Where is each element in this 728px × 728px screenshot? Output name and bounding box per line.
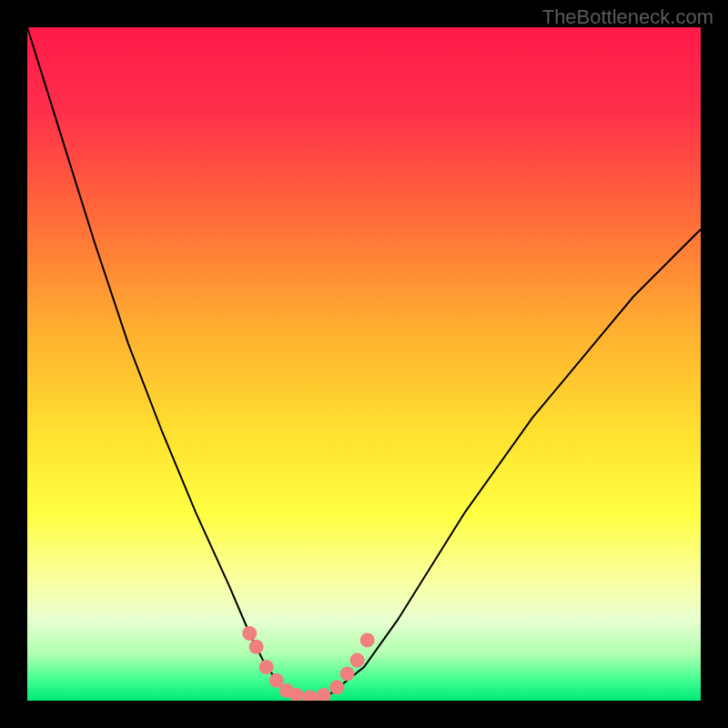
marker-point	[350, 653, 365, 668]
bottleneck-curve	[27, 27, 701, 697]
marker-point	[303, 690, 318, 701]
marker-point	[249, 640, 264, 654]
marker-point	[259, 660, 274, 674]
marker-point	[360, 632, 375, 647]
marker-point	[329, 680, 344, 694]
watermark-text: TheBottleneck.com	[542, 5, 713, 29]
curve-markers	[242, 626, 375, 701]
chart-svg	[27, 27, 701, 701]
marker-point	[242, 626, 257, 641]
marker-point	[317, 688, 331, 701]
marker-point	[340, 666, 355, 681]
plot-area	[27, 27, 701, 701]
